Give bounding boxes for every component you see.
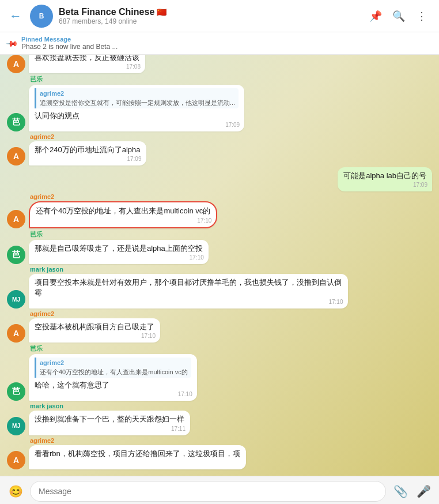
message-time: 17:09 — [225, 121, 240, 129]
message-text: 可能是alpha lab自己的号 — [343, 171, 426, 180]
message-bubble[interactable]: 没撸到就准备下一个巴，整的天天跟怨妇一样17:11 — [29, 411, 190, 435]
message-avatar: MJ — [7, 417, 25, 435]
message-text: 没撸到就准备下一个巴，整的天天跟怨妇一样 — [35, 415, 184, 423]
pin-icon[interactable]: 📌 — [365, 6, 386, 27]
message-row: Aagrime2喜欢接盘就去接，反正被砸活该17:08 — [7, 55, 432, 73]
message-row: MJmark jason项目要空投本来就是针对有效用户，那个项目都讨厌撸羊毛的，… — [7, 266, 432, 309]
message-avatar: 芭 — [7, 113, 25, 131]
message-sender-name: 芭乐 — [29, 230, 209, 239]
message-avatar: 芭 — [7, 246, 25, 264]
message-content: mark jason没撸到就准备下一个巴，整的天天跟怨妇一样17:11 — [29, 403, 190, 435]
message-text: 认同你的观点 — [35, 111, 80, 120]
message-content: agrime2喜欢接盘就去接，反正被砸活该17:08 — [29, 55, 145, 73]
pinned-content: Pinned Message Phase 2 is now live and B… — [21, 36, 432, 51]
message-sender-name: agrime2 — [29, 310, 160, 317]
group-avatar: B — [30, 5, 53, 28]
message-avatar: A — [7, 210, 25, 228]
message-text: 喜欢接盘就去接，反正被砸活该 — [35, 55, 139, 62]
message-content: 芭乐那就是自己吸筹吸走了，还是说是alpha上面的空投17:10 — [29, 230, 209, 264]
message-avatar: MJ — [7, 290, 25, 309]
message-row: 可能是alpha lab自己的号17:09 — [7, 167, 432, 191]
message-sender-name: 芭乐 — [29, 75, 244, 84]
chat-messages-area: Aagrime2追溯空投是指你交互就有，可能按照一定规则发放，他这明显是流动性挖… — [0, 55, 439, 476]
message-bubble[interactable]: 项目要空投本来就是针对有效用户，那个项目都讨厌撸羊毛的，我也损失钱了，没撸到自认… — [29, 274, 348, 309]
message-sender-name: agrime2 — [29, 437, 246, 444]
message-avatar: A — [7, 147, 25, 166]
message-content: agrime2空投基本被机构跟项目方自己吸走了17:10 — [29, 310, 160, 343]
message-content: agrime2那个240万的币地址流向了alpha17:09 — [29, 133, 146, 166]
message-bubble[interactable]: 还有个40万空投的地址，有人查出来是multicoin vc的17:10 — [29, 201, 217, 228]
message-time: 17:10 — [178, 390, 192, 398]
message-row: 芭芭乐agrime2还有个40万空投的地址，有人查出来是multicoin vc… — [7, 344, 432, 401]
message-content: 芭乐agrime2还有个40万空投的地址，有人查出来是multicoin vc的… — [29, 344, 197, 401]
message-bubble[interactable]: 那就是自己吸筹吸走了，还是说是alpha上面的空投17:10 — [29, 240, 209, 264]
reply-sender-name: agrime2 — [40, 89, 235, 98]
pinned-message-bar[interactable]: 📌 Pinned Message Phase 2 is now live and… — [0, 32, 439, 55]
message-sender-name: agrime2 — [29, 133, 146, 140]
message-bubble[interactable]: agrime2追溯空投是指你交互就有，可能按照一定规则发放，他这明显是流动...… — [29, 85, 244, 131]
message-row: 芭芭乐agrime2追溯空投是指你交互就有，可能按照一定规则发放，他这明显是流动… — [7, 75, 432, 131]
message-content: mark jason项目要空投本来就是针对有效用户，那个项目都讨厌撸羊毛的，我也… — [29, 266, 348, 309]
message-bubble[interactable]: 看看rbn，机构薅空投，项目方还给撸回来了，这垃圾项目，项 — [29, 445, 246, 469]
message-time: 17:10 — [197, 217, 211, 225]
pinned-icon: 📌 — [5, 36, 18, 50]
search-icon[interactable]: 🔍 — [388, 6, 409, 27]
chat-header: ← B Beta Finance Chinese 🇨🇳 687 members,… — [0, 0, 439, 32]
message-sender-name: agrime2 — [29, 193, 217, 200]
message-content: agrime2还有个40万空投的地址，有人查出来是multicoin vc的17… — [29, 193, 217, 228]
message-sender-name: 芭乐 — [29, 344, 197, 353]
message-row: Aagrime2还有个40万空投的地址，有人查出来是multicoin vc的1… — [7, 193, 432, 228]
header-left: ← B Beta Finance Chinese 🇨🇳 687 members,… — [7, 5, 365, 28]
message-time: 17:10 — [141, 332, 156, 340]
message-sender-name: mark jason — [29, 266, 348, 273]
message-time: 17:08 — [126, 63, 141, 71]
header-info: Beta Finance Chinese 🇨🇳 687 members, 149… — [59, 7, 365, 25]
message-row: MJmark jason没撸到就准备下一个巴，整的天天跟怨妇一样17:11 — [7, 403, 432, 435]
message-avatar: 芭 — [7, 382, 25, 401]
reply-sender-name: agrime2 — [40, 359, 188, 367]
message-time: 17:11 — [171, 425, 186, 433]
emoji-icon[interactable]: 😊 — [7, 484, 24, 498]
message-avatar: A — [7, 324, 25, 343]
message-bubble[interactable]: 那个240万的币地址流向了alpha17:09 — [29, 141, 146, 166]
message-bubble[interactable]: 喜欢接盘就去接，反正被砸活该17:08 — [29, 55, 145, 73]
message-row: Aagrime2空投基本被机构跟项目方自己吸走了17:10 — [7, 310, 432, 343]
group-subtitle: 687 members, 149 online — [59, 17, 365, 25]
reply-text: 追溯空投是指你交互就有，可能按照一定规则发放，他这明显是流动... — [40, 99, 235, 107]
message-bubble[interactable]: agrime2还有个40万空投的地址，有人查出来是multicoin vc的哈哈… — [29, 354, 197, 401]
message-text: 哈哈，这个就有意思了 — [35, 381, 109, 389]
message-reply-quote: agrime2还有个40万空投的地址，有人查出来是multicoin vc的 — [35, 358, 191, 378]
message-time: 17:10 — [190, 254, 204, 262]
message-text: 项目要空投本来就是针对有效用户，那个项目都讨厌撸羊毛的，我也损失钱了，没撸到自认… — [35, 278, 342, 297]
back-button[interactable]: ← — [7, 6, 24, 26]
attach-icon[interactable]: 📎 — [392, 484, 409, 498]
message-input[interactable] — [30, 481, 386, 502]
header-actions: 📌 🔍 ⋮ — [365, 6, 432, 27]
message-content: agrime2看看rbn，机构薅空投，项目方还给撸回来了，这垃圾项目，项 — [29, 437, 246, 469]
message-time: 17:09 — [413, 181, 427, 189]
group-title: Beta Finance Chinese 🇨🇳 — [59, 7, 365, 17]
message-content: 芭乐agrime2追溯空投是指你交互就有，可能按照一定规则发放，他这明显是流动.… — [29, 75, 244, 131]
message-row: Aagrime2那个240万的币地址流向了alpha17:09 — [7, 133, 432, 166]
message-avatar: A — [7, 55, 25, 73]
message-avatar — [316, 173, 334, 191]
message-text: 看看rbn，机构薅空投，项目方还给撸回来了，这垃圾项目，项 — [35, 449, 240, 458]
message-avatar: A — [7, 451, 25, 469]
reply-text: 还有个40万空投的地址，有人查出来是multicoin vc的 — [40, 368, 188, 377]
message-bubble[interactable]: 空投基本被机构跟项目方自己吸走了17:10 — [29, 318, 160, 343]
message-row: Aagrime2看看rbn，机构薅空投，项目方还给撸回来了，这垃圾项目，项 — [7, 437, 432, 469]
mic-icon[interactable]: 🎤 — [415, 484, 432, 498]
message-time: 17:09 — [127, 155, 141, 163]
pinned-text: Phase 2 is now live and Beta ... — [21, 43, 252, 51]
message-content: 可能是alpha lab自己的号17:09 — [338, 167, 432, 191]
message-sender-name: mark jason — [29, 403, 190, 409]
message-text: 那就是自己吸筹吸走了，还是说是alpha上面的空投 — [35, 244, 203, 253]
more-options-icon[interactable]: ⋮ — [411, 6, 432, 27]
message-text: 还有个40万空投的地址，有人查出来是multicoin vc的 — [36, 206, 210, 215]
message-reply-quote: agrime2追溯空投是指你交互就有，可能按照一定规则发放，他这明显是流动... — [35, 88, 239, 108]
message-text: 那个240万的币地址流向了alpha — [35, 145, 141, 154]
message-text: 空投基本被机构跟项目方自己吸走了 — [35, 322, 154, 331]
message-row: 芭芭乐那就是自己吸筹吸走了，还是说是alpha上面的空投17:10 — [7, 230, 432, 264]
message-bubble[interactable]: 可能是alpha lab自己的号17:09 — [338, 167, 432, 191]
pinned-label: Pinned Message — [21, 36, 432, 43]
